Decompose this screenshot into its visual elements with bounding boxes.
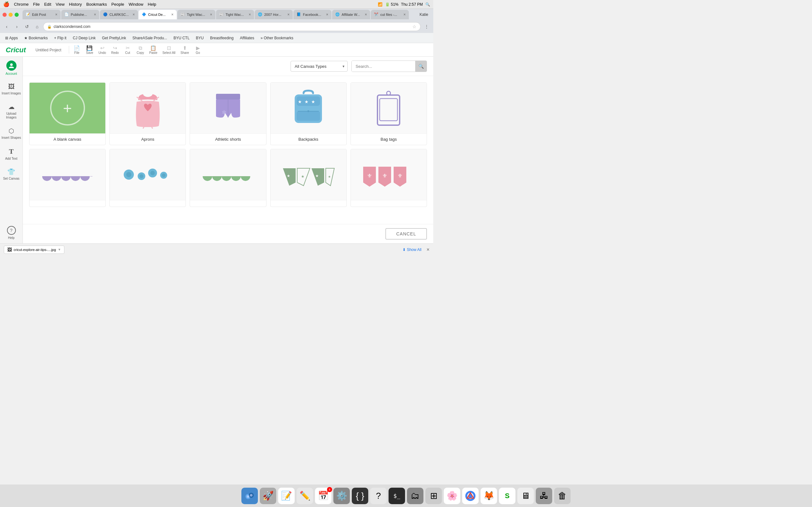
address-bar[interactable]: 🔒 clarkscondensed.com ☆ bbox=[43, 22, 420, 31]
share-button[interactable]: ⬆ Share bbox=[178, 44, 192, 55]
sidebar-item-insert-images[interactable]: 🖼 Insert Images bbox=[0, 79, 22, 99]
apple-menu[interactable]: 🍎 bbox=[3, 1, 9, 7]
home-button[interactable]: ⌂ bbox=[33, 22, 41, 31]
bookmark-affiliates[interactable]: Affiliates bbox=[237, 35, 257, 41]
copy-button[interactable]: ⧉ Copy bbox=[134, 45, 147, 55]
forward-button[interactable]: › bbox=[13, 22, 21, 31]
tab-facebook[interactable]: 📘 Facebook... × bbox=[293, 10, 332, 19]
canvas-item-aprons[interactable]: Aprons bbox=[109, 82, 186, 145]
divider bbox=[69, 46, 69, 54]
tab-tightwad2[interactable]: 📰 Tight Wac... × bbox=[216, 10, 254, 19]
tab-label: Tight Wac... bbox=[187, 13, 207, 16]
bookmark-shareasale[interactable]: ShareASale Produ... bbox=[130, 35, 169, 41]
tab-close[interactable]: × bbox=[287, 12, 290, 17]
canvas-item-banner-flower[interactable] bbox=[109, 149, 186, 207]
canvas-item-athletic-shorts[interactable]: ❄ Athletic shorts bbox=[190, 82, 266, 145]
menu-people[interactable]: People bbox=[111, 2, 124, 7]
cut-button[interactable]: ✂ Cut bbox=[121, 44, 134, 55]
canvas-item-bag-tags[interactable]: Bag tags bbox=[351, 82, 427, 145]
banner-star-svg: ★ ★ ★ ★ bbox=[280, 162, 337, 187]
menu-window[interactable]: Window bbox=[129, 2, 143, 7]
tab-favicon: 📝 bbox=[26, 12, 30, 17]
close-download-bar-button[interactable]: × bbox=[426, 247, 429, 252]
chevron-down-icon[interactable]: ▼ bbox=[58, 248, 61, 251]
tab-tightwad1[interactable]: 📰 Tight Wac... × bbox=[177, 10, 215, 19]
paste-button[interactable]: 📋 Paste bbox=[147, 44, 160, 55]
bookmark-label: BYU CTL bbox=[173, 36, 190, 40]
bookmark-apps[interactable]: ⊞ Apps bbox=[3, 35, 20, 41]
menu-bookmarks[interactable]: Bookmarks bbox=[86, 2, 107, 7]
bookmark-byuctl[interactable]: BYU CTL bbox=[171, 35, 192, 41]
go-button[interactable]: ▶ Go bbox=[192, 44, 204, 55]
canvas-item-banner-flag[interactable]: ⚜ ⚜ ⚜ bbox=[351, 149, 427, 207]
bookmark-byu[interactable]: BYU bbox=[194, 35, 206, 41]
menu-chrome[interactable]: Chrome bbox=[14, 2, 29, 7]
tab-close[interactable]: × bbox=[403, 12, 406, 17]
tab-affiliate[interactable]: 🌐 Affiliate W... × bbox=[332, 10, 370, 19]
show-all-button[interactable]: ⬇ Show All bbox=[403, 247, 421, 252]
menu-help[interactable]: Help bbox=[148, 2, 156, 7]
canvas-item-banner-star[interactable]: ★ ★ ★ ★ bbox=[270, 149, 347, 207]
search-button[interactable]: 🔍 bbox=[415, 61, 426, 72]
sidebar-item-set-canvas[interactable]: 👕 Set Canvas bbox=[0, 164, 22, 184]
tab-close[interactable]: × bbox=[55, 12, 57, 17]
tab-cutfiles[interactable]: ✂️ cut files -... × bbox=[371, 10, 409, 19]
menu-file[interactable]: File bbox=[33, 2, 40, 7]
tab-close[interactable]: × bbox=[133, 12, 135, 17]
text-icon: T bbox=[9, 147, 14, 156]
bookmark-flipit[interactable]: + Flip it bbox=[51, 35, 69, 41]
search-icon[interactable]: 🔍 bbox=[425, 2, 430, 7]
tab-2007[interactable]: 🌐 2007 Hor... × bbox=[255, 10, 293, 19]
bookmark-bookmarks[interactable]: ★ Bookmarks bbox=[21, 35, 50, 41]
canvas-grid: + A blank canvas bbox=[23, 76, 433, 224]
maximize-button[interactable] bbox=[14, 13, 19, 17]
tab-favicon: ✂️ bbox=[374, 12, 378, 17]
bookmark-breastfeeding[interactable]: Breastfeeding bbox=[207, 35, 236, 41]
tab-close[interactable]: × bbox=[94, 12, 96, 17]
sidebar-item-upload-images[interactable]: ☁ Upload Images bbox=[0, 99, 22, 123]
canvas-item-backpacks[interactable]: ★ ★ ★ Backpacks bbox=[270, 82, 347, 145]
tab-close[interactable]: × bbox=[365, 12, 367, 17]
banner-scallop-green-svg bbox=[200, 165, 257, 184]
save-button[interactable]: 💾 Save bbox=[83, 44, 96, 55]
tab-cricut[interactable]: 🔷 Cricut De... × bbox=[139, 10, 177, 19]
sidebar-item-insert-shapes[interactable]: ⬡ Insert Shapes bbox=[0, 123, 22, 144]
sidebar-item-account[interactable]: Account bbox=[0, 57, 22, 79]
bookmark-cjdeep[interactable]: CJ Deep Link bbox=[70, 35, 98, 41]
canvas-item-blank[interactable]: + A blank canvas bbox=[29, 82, 106, 145]
search-input[interactable] bbox=[352, 61, 415, 72]
select-all-button[interactable]: ⊡ Select All bbox=[160, 44, 178, 55]
tab-clarksc[interactable]: 🔵 CLARKSC... × bbox=[100, 10, 138, 19]
tab-close[interactable]: × bbox=[249, 12, 251, 17]
bookmark-otherbookmarks[interactable]: » Other Bookmarks bbox=[258, 35, 296, 41]
cricut-logo-svg: Cricut bbox=[6, 46, 31, 54]
chrome-addressbar: ‹ › ↺ ⌂ 🔒 clarkscondensed.com ☆ ⋮ bbox=[0, 20, 433, 33]
go-icon: ▶ bbox=[196, 45, 200, 51]
bag-tags-label: Bag tags bbox=[351, 133, 426, 145]
sidebar-item-help[interactable]: ? Help bbox=[0, 222, 22, 243]
file-button[interactable]: 📄 File bbox=[70, 44, 83, 55]
more-actions-button[interactable]: ⋮ bbox=[422, 22, 431, 31]
tab-close[interactable]: × bbox=[210, 12, 212, 17]
tab-publisher[interactable]: 📄 Publishe... × bbox=[61, 10, 99, 19]
undo-button[interactable]: ↩ Undo bbox=[96, 44, 108, 55]
bookmark-prettylink[interactable]: Get PrettyLink bbox=[99, 35, 129, 41]
bookmark-star[interactable]: ☆ bbox=[412, 24, 416, 29]
tab-close[interactable]: × bbox=[171, 12, 173, 17]
reload-button[interactable]: ↺ bbox=[23, 22, 31, 31]
menu-view[interactable]: View bbox=[56, 2, 65, 7]
minimize-button[interactable] bbox=[9, 13, 13, 17]
sidebar-item-add-text[interactable]: T Add Text bbox=[0, 144, 22, 164]
canvas-item-banner-scallop-green[interactable] bbox=[190, 149, 266, 207]
menu-history[interactable]: History bbox=[69, 2, 82, 7]
menu-edit[interactable]: Edit bbox=[44, 2, 51, 7]
cancel-button[interactable]: CANCEL bbox=[386, 228, 427, 239]
canvas-item-banner-scallop-purple[interactable] bbox=[29, 149, 106, 207]
download-file-item[interactable]: 🖼 cricut-explore-air-tips-....jpg ▼ bbox=[4, 245, 64, 254]
tab-close[interactable]: × bbox=[326, 12, 328, 17]
canvas-type-select[interactable]: All Canvas Types Apparel Accessories Hom… bbox=[291, 61, 348, 72]
back-button[interactable]: ‹ bbox=[3, 22, 11, 31]
close-button[interactable] bbox=[3, 13, 7, 17]
redo-button[interactable]: ↪ Redo bbox=[108, 44, 121, 55]
tab-edit-post[interactable]: 📝 Edit Post × bbox=[22, 10, 61, 19]
